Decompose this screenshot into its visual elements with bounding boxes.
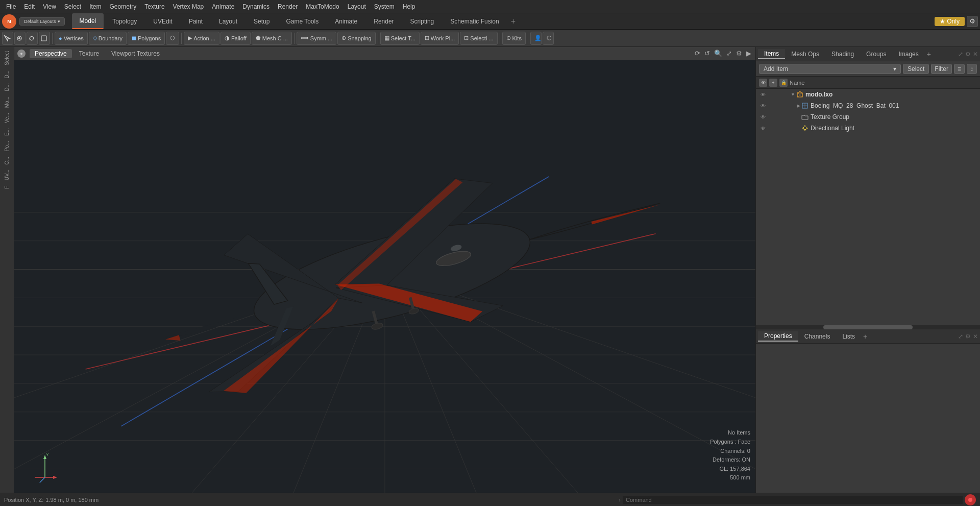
- props-tab-properties[interactable]: Properties: [758, 331, 798, 342]
- sidebar-item-f[interactable]: F: [3, 184, 11, 191]
- tab-gametools[interactable]: Game Tools: [278, 13, 326, 29]
- tab-uvedit[interactable]: UVEdit: [145, 13, 180, 29]
- lasso-icon[interactable]: [27, 32, 38, 45]
- viewport-tab-perspective[interactable]: Perspective: [30, 49, 72, 58]
- props-tab-channels[interactable]: Channels: [798, 332, 837, 341]
- sidebar-item-ve[interactable]: Ve...: [3, 111, 11, 125]
- filter-button[interactable]: Filter: [931, 64, 952, 74]
- add-col-icon[interactable]: +: [769, 79, 777, 87]
- menu-system[interactable]: System: [370, 2, 399, 11]
- menu-view[interactable]: View: [39, 2, 60, 11]
- panel-expand-icon[interactable]: ⤢: [958, 51, 963, 58]
- visibility-eye-icon[interactable]: 👁: [759, 113, 767, 121]
- only-button[interactable]: ★ Only: [935, 17, 965, 26]
- visibility-eye-icon[interactable]: 👁: [759, 102, 767, 110]
- action-button[interactable]: ▶ Action ...: [184, 32, 219, 45]
- menu-vertexmap[interactable]: Vertex Map: [169, 2, 208, 11]
- select-tool-button[interactable]: ▦ Select T...: [380, 32, 420, 45]
- list-item[interactable]: 👁 ▼ modo.lxo: [756, 89, 980, 100]
- tab-setup[interactable]: Setup: [246, 13, 277, 29]
- menu-render[interactable]: Render: [274, 2, 302, 11]
- panel-settings-icon[interactable]: ⚙: [965, 51, 971, 58]
- props-expand-icon[interactable]: ⤢: [958, 333, 963, 340]
- menu-texture[interactable]: Texture: [140, 2, 168, 11]
- filter-options-button[interactable]: ≡: [954, 64, 965, 74]
- sort-button[interactable]: ↕: [967, 64, 977, 74]
- polygons-button[interactable]: ◼ Polygons: [128, 32, 165, 45]
- select-items-button[interactable]: Select: [903, 64, 929, 74]
- sidebar-item-uv[interactable]: UV...: [3, 167, 11, 182]
- tab-paint[interactable]: Paint: [181, 13, 210, 29]
- add-items-tab-button[interactable]: +: [927, 50, 931, 58]
- viewport-tab-viewport-textures[interactable]: Viewport Textures: [106, 49, 165, 58]
- sidebar-item-mo[interactable]: Mo...: [3, 94, 11, 110]
- viewport-rotate-icon[interactable]: ⟳: [694, 49, 701, 58]
- items-scrollbar[interactable]: [756, 325, 980, 329]
- list-item[interactable]: 👁 ▶ Boeing_MQ_28_Ghost_Bat_001: [756, 100, 980, 111]
- visibility-eye-icon[interactable]: 👁: [759, 90, 767, 99]
- sidebar-item-e[interactable]: E...: [3, 126, 11, 138]
- menu-animate[interactable]: Animate: [208, 2, 238, 11]
- lock-col-icon[interactable]: 🔒: [779, 79, 788, 87]
- kits-button[interactable]: ⊙ Kits: [502, 32, 526, 45]
- items-tab-items[interactable]: Items: [758, 49, 785, 59]
- viewport[interactable]: No Items Polygons : Face Channels: 0 Def…: [14, 60, 755, 493]
- items-tab-groups[interactable]: Groups: [860, 50, 892, 59]
- falloff-button[interactable]: ◑ Falloff: [220, 32, 251, 45]
- tab-animate[interactable]: Animate: [327, 13, 365, 29]
- add-tab-button[interactable]: +: [508, 17, 519, 26]
- props-tab-lists[interactable]: Lists: [836, 332, 861, 341]
- menu-maxtomodo[interactable]: MaxToModo: [302, 2, 343, 11]
- expand-arrow-icon[interactable]: ▶: [797, 103, 800, 108]
- sidebar-item-select[interactable]: Select: [3, 49, 11, 67]
- viewport-zoom-icon[interactable]: 🔍: [713, 49, 723, 58]
- sidebar-item-d2[interactable]: D...: [3, 81, 11, 93]
- menu-file[interactable]: File: [2, 2, 20, 11]
- list-item[interactable]: 👁 ▶ Texture Group: [756, 111, 980, 123]
- viewport-expand-icon[interactable]: ▶: [745, 49, 752, 58]
- sidebar-item-d1[interactable]: D...: [3, 68, 11, 81]
- menu-select[interactable]: Select: [60, 2, 85, 11]
- snapping-button[interactable]: ⊕ Snapping: [337, 32, 376, 45]
- list-item[interactable]: 👁 ▶ Directional Light: [756, 123, 980, 134]
- vertices-button[interactable]: ● Vertices: [55, 32, 88, 45]
- add-item-button[interactable]: Add Item ▾: [759, 64, 901, 74]
- tab-schematic-fusion[interactable]: Schematic Fusion: [443, 13, 506, 29]
- selection-button[interactable]: ⊡ Selecti ...: [460, 32, 497, 45]
- add-props-tab-button[interactable]: +: [863, 332, 867, 341]
- props-settings-icon[interactable]: ⚙: [965, 333, 971, 340]
- items-tab-images[interactable]: Images: [892, 50, 924, 59]
- tab-topology[interactable]: Topology: [105, 13, 144, 29]
- paint-icon[interactable]: [39, 32, 50, 45]
- tab-model[interactable]: Model: [72, 13, 104, 29]
- items-tab-meshops[interactable]: Mesh Ops: [785, 50, 825, 59]
- meshc-button[interactable]: ⬟ Mesh C ...: [252, 32, 292, 45]
- sidebar-item-po[interactable]: Po...: [3, 139, 11, 154]
- menu-geometry[interactable]: Geometry: [106, 2, 141, 11]
- tab-layout[interactable]: Layout: [211, 13, 245, 29]
- visibility-eye-icon[interactable]: 👁: [759, 124, 767, 132]
- select-mode-icon[interactable]: [2, 32, 13, 45]
- tab-scripting[interactable]: Scripting: [403, 13, 442, 29]
- menu-layout[interactable]: Layout: [344, 2, 370, 11]
- expand-arrow-icon[interactable]: ▼: [791, 92, 795, 97]
- default-layouts-button[interactable]: Default Layouts ▾: [19, 17, 65, 26]
- workplane-button[interactable]: ⊞ Work Pl...: [421, 32, 459, 45]
- tab-render[interactable]: Render: [366, 13, 401, 29]
- boundary-button[interactable]: ◇ Boundary: [89, 32, 127, 45]
- viewport-settings-icon[interactable]: ⚙: [735, 49, 743, 58]
- items-tab-shading[interactable]: Shading: [825, 50, 860, 59]
- sidebar-item-c[interactable]: C...: [3, 155, 11, 167]
- viewport-fullscreen-icon[interactable]: ⤢: [725, 49, 733, 58]
- symm-button[interactable]: ⟺ Symm ...: [297, 32, 336, 45]
- viewport-tab-texture[interactable]: Texture: [74, 49, 104, 58]
- menu-help[interactable]: Help: [399, 2, 420, 11]
- settings-gear-icon[interactable]: ⚙: [967, 16, 978, 27]
- menu-dynamics[interactable]: Dynamics: [238, 2, 274, 11]
- record-button[interactable]: [965, 494, 976, 505]
- panel-close-icon[interactable]: ✕: [973, 51, 978, 58]
- brush-icon[interactable]: [14, 32, 26, 45]
- command-input[interactable]: [623, 496, 963, 504]
- user-icon[interactable]: 👤: [530, 32, 542, 45]
- viewport-reset-icon[interactable]: ↺: [703, 49, 711, 58]
